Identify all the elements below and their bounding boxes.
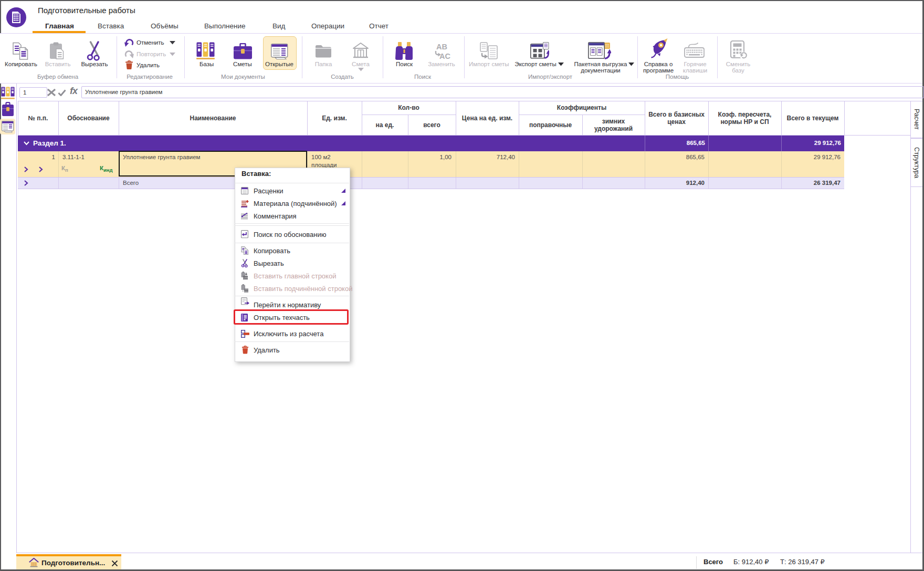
svg-text:AB: AB bbox=[436, 43, 447, 51]
svg-text:AC: AC bbox=[439, 52, 450, 60]
